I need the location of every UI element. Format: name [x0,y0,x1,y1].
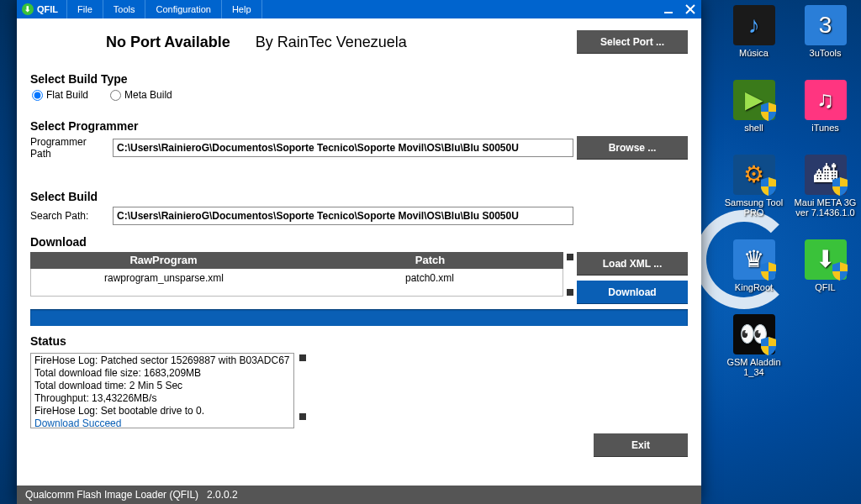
search-path-input[interactable] [113,207,573,225]
app-title: ⬇ QFIL [17,0,67,18]
uac-shield-icon [760,261,777,281]
close-button[interactable] [679,0,701,18]
uac-shield-icon [760,176,777,197]
menu-file[interactable]: File [67,0,103,18]
uac-shield-icon [832,261,848,281]
desktop-icon[interactable]: ♫iTunes [790,80,861,133]
col-patch: Patch [297,252,563,269]
port-status: No Port Available [106,34,230,51]
dl-step-plus-icon[interactable] [567,289,573,296]
meta-build-radio[interactable]: Meta Build [110,89,172,101]
section-programmer: Select Programmer [30,119,688,133]
desktop-icon-label: 3uTools [810,48,842,58]
status-line: Download Succeed [34,417,290,428]
status-line: Throughput: 13,43226MB/s [34,392,290,405]
desktop-icon[interactable]: 33uTools [790,5,861,58]
status-bar-app: Qualcomm Flash Image Loader (QFIL) [25,489,198,501]
app-icon: 👀 [733,314,775,354]
browse-button[interactable]: Browse ... [577,136,688,160]
app-icon: ♪ [733,5,775,45]
desktop-icon[interactable]: ⬇QFIL [790,239,861,292]
dl-step-minus-icon[interactable] [567,254,573,260]
download-table-row[interactable]: rawprogram_unsparse.xml patch0.xml [30,269,563,297]
download-table-header: RawProgram Patch [30,252,563,269]
load-xml-button[interactable]: Load XML ... [577,252,688,276]
programmer-path-input[interactable] [113,139,573,157]
qfil-window: ⬇ QFIL File Tools Configuration Help No … [17,0,701,504]
menu-tools[interactable]: Tools [103,0,146,18]
titlebar: ⬇ QFIL File Tools Configuration Help [17,0,701,18]
app-icon: 3 [805,5,847,45]
section-status: Status [30,334,688,348]
section-build-type: Select Build Type [30,72,688,86]
desktop-icon[interactable]: ♛KingRoot [719,239,790,292]
desktop-icon-label: Maui META 3G ver 7.1436.1.0 [790,197,861,218]
app-logo-icon: ⬇ [22,3,34,15]
app-title-text: QFIL [37,4,58,14]
exit-button[interactable]: Exit [594,433,688,457]
byline: By RainTec Venezuela [256,34,407,51]
status-step-top-icon[interactable] [299,354,306,361]
desktop-icon[interactable]: ⚙Samsung Tool PRO [719,155,790,218]
cell-rawprogram: rawprogram_unsparse.xml [31,272,297,284]
select-port-button[interactable]: Select Port ... [577,30,688,54]
search-path-label: Search Path: [30,210,109,222]
uac-shield-icon [760,102,777,122]
status-step-bot-icon[interactable] [299,413,306,420]
uac-shield-icon [832,176,848,197]
desktop-icon-label: Música [739,48,769,58]
desktop-icon[interactable]: 🏙Maui META 3G ver 7.1436.1.0 [790,155,861,218]
uac-shield-icon [760,336,777,356]
programmer-path-label: Programmer Path [30,136,109,160]
menu-help[interactable]: Help [222,0,262,18]
status-log[interactable]: FireHose Log: Patched sector 15269887 wi… [30,353,294,428]
status-line: Total download file size: 1683,209MB [34,367,290,380]
status-line: FireHose Log: Patched sector 15269887 wi… [34,354,290,367]
desktop-icon-label: GSM Aladdin 1_34 [719,357,790,377]
app-icon: ▶ [733,80,775,120]
minimize-button[interactable] [658,0,679,18]
desktop-icon-label: shell [744,123,763,133]
status-bar: Qualcomm Flash Image Loader (QFIL) 2.0.0… [17,486,701,504]
app-icon: 🏙 [805,155,847,195]
section-build: Select Build [30,190,688,203]
app-icon: ♫ [805,80,847,120]
progress-bar [30,309,688,326]
status-bar-version: 2.0.0.2 [207,489,238,501]
download-button[interactable]: Download [577,281,688,304]
desktop-icon-label: Samsung Tool PRO [719,197,790,218]
desktop-icon-label: iTunes [811,123,839,133]
desktop-icon-label: KingRoot [735,282,773,292]
desktop-icon[interactable]: ♪Música [719,5,790,58]
app-icon: ⚙ [733,155,775,195]
col-rawprogram: RawProgram [30,252,297,269]
status-line: FireHose Log: Set bootable drive to 0. [34,405,290,417]
cell-patch: patch0.xml [297,272,563,284]
status-line: Total download time: 2 Min 5 Sec [34,380,290,392]
section-download: Download [30,235,688,249]
app-icon: ♛ [733,239,775,280]
app-icon: ⬇ [805,239,847,280]
menu-configuration[interactable]: Configuration [145,0,221,18]
flat-build-radio[interactable]: Flat Build [32,89,88,101]
desktop-icon-label: QFIL [815,282,835,292]
desktop-icon[interactable]: 👀GSM Aladdin 1_34 [719,314,790,377]
desktop-icon[interactable]: ▶shell [719,80,790,133]
